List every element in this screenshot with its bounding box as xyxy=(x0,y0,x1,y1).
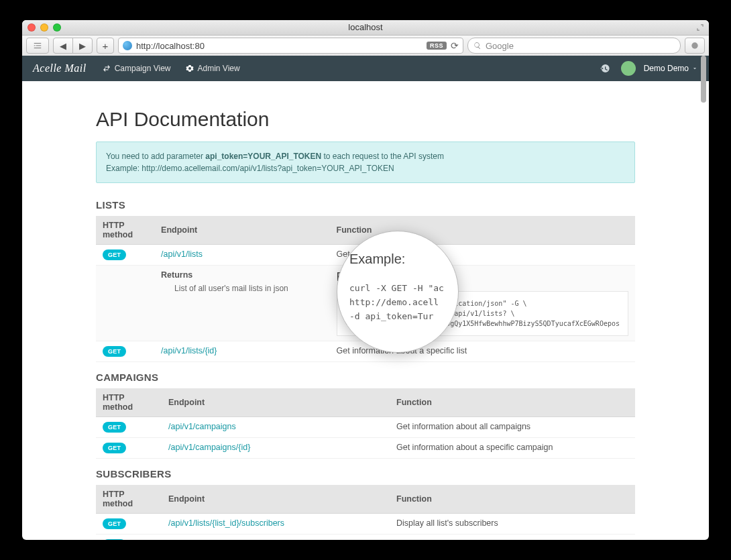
browser-toolbar: ◀ ▶ + http://localhost:80 RSS ⟳ Google xyxy=(22,36,709,56)
table-row[interactable]: GET /api/v1/lists/{list_id}/subscribers … xyxy=(96,514,635,535)
zoom-icon[interactable] xyxy=(53,23,61,32)
method-pill: GET xyxy=(103,422,126,433)
user-name: Demo Demo xyxy=(644,64,689,73)
address-bar[interactable]: http://localhost:80 RSS ⟳ xyxy=(118,38,463,54)
avatar xyxy=(621,61,636,76)
table-row[interactable]: GET /api/v1/lists/{list_id}/subscribers/… xyxy=(96,535,635,541)
scroll-thumb[interactable] xyxy=(701,56,706,103)
svg-point-0 xyxy=(691,42,697,48)
app-logo[interactable]: Acelle Mail xyxy=(33,62,87,74)
col-method: HTTP method xyxy=(96,216,154,245)
method-pill: GET xyxy=(103,518,126,529)
window-title: localhost xyxy=(348,22,382,32)
section-title-lists: LISTS xyxy=(96,199,635,211)
method-pill: GET xyxy=(103,249,126,260)
reload-icon[interactable]: ⟳ xyxy=(451,40,459,51)
section-title-subscribers: SUBSCRIBERS xyxy=(96,468,635,480)
app-header: Acelle Mail Campaign View Admin View Dem… xyxy=(22,56,709,81)
minimize-icon[interactable] xyxy=(40,23,48,32)
extensions-button[interactable] xyxy=(685,38,705,54)
browser-window: localhost ◀ ▶ + http://localhost:80 RSS … xyxy=(22,20,709,540)
chevron-down-icon xyxy=(691,65,698,72)
search-icon xyxy=(473,42,482,50)
nav-buttons: ◀ ▶ xyxy=(53,38,93,54)
search-placeholder: Google xyxy=(486,41,514,51)
nav-campaign-view[interactable]: Campaign View xyxy=(103,64,171,73)
page-scrollbar[interactable] xyxy=(699,56,708,540)
table-row[interactable]: GET /api/v1/lists/{id} Get information a… xyxy=(96,341,635,362)
sidebar-toggle-button[interactable] xyxy=(26,38,49,54)
nav-admin-view[interactable]: Admin View xyxy=(186,64,240,73)
endpoint-link[interactable]: /api/v1/lists/{list_id}/subscribers xyxy=(168,518,284,528)
page-viewport: Acelle Mail Campaign View Admin View Dem… xyxy=(22,56,709,540)
table-subscribers: HTTP method Endpoint Function GET /api/v… xyxy=(96,485,635,540)
col-endpoint: Endpoint xyxy=(154,216,330,245)
lens-title: Example: xyxy=(349,251,449,267)
table-row[interactable]: GET /api/v1/campaigns/{id} Get informati… xyxy=(96,438,635,459)
rss-badge[interactable]: RSS xyxy=(427,42,447,50)
swap-icon xyxy=(103,64,111,72)
url-text: http://localhost:80 xyxy=(136,41,205,51)
globe-icon xyxy=(123,41,132,50)
add-tab-button[interactable]: + xyxy=(97,38,114,54)
user-menu[interactable]: Demo Demo xyxy=(621,61,698,76)
window-titlebar: localhost xyxy=(22,20,709,36)
gear-icon xyxy=(186,64,194,72)
window-controls xyxy=(27,23,61,32)
section-title-campaigns: CAMPAIGNS xyxy=(96,372,635,383)
returns-title: Returns xyxy=(161,270,323,280)
history-icon[interactable] xyxy=(600,63,610,74)
table-row[interactable]: GET /api/v1/campaigns Get information ab… xyxy=(96,417,635,438)
endpoint-link[interactable]: /api/v1/campaigns xyxy=(168,422,236,431)
back-button[interactable]: ◀ xyxy=(53,38,73,54)
info-alert: You need to add parameter api_token=YOUR… xyxy=(96,142,635,183)
endpoint-link[interactable]: /api/v1/campaigns/{id} xyxy=(168,443,250,452)
endpoint-link[interactable]: /api/v1/lists/{id} xyxy=(161,346,217,355)
table-campaigns: HTTP method Endpoint Function GET /api/v… xyxy=(96,388,635,459)
lens-code: curl -X GET -H "ac http://demo.acell -d … xyxy=(349,274,449,323)
method-pill: GET xyxy=(103,539,126,540)
endpoint-link[interactable]: /api/v1/lists xyxy=(161,249,203,259)
magnifier-lens: Example: curl -X GET -H "ac http://demo.… xyxy=(337,231,459,353)
fullscreen-icon[interactable] xyxy=(695,23,705,32)
page-title: API Documentation xyxy=(96,108,635,131)
header-nav: Campaign View Admin View xyxy=(103,64,240,73)
endpoint-link[interactable]: /api/v1/lists/{list_id}/subscribers/{id} xyxy=(168,539,299,540)
returns-body: List of all user's mail lists in json xyxy=(161,284,323,293)
search-box[interactable]: Google xyxy=(467,38,681,54)
forward-button[interactable]: ▶ xyxy=(72,38,93,54)
method-pill: GET xyxy=(103,346,126,357)
method-pill: GET xyxy=(103,443,126,453)
close-icon[interactable] xyxy=(27,23,36,32)
